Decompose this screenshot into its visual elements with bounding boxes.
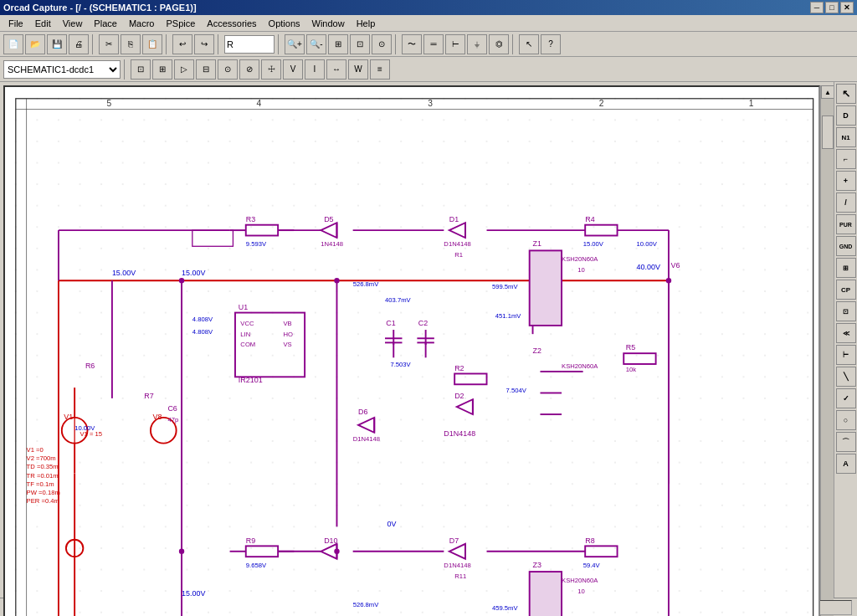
svg-text:R5: R5 [626,343,635,352]
svg-text:R2: R2 [454,364,464,372]
svg-text:599.5mV: 599.5mV [492,283,519,290]
paste-button[interactable]: 📋 [142,34,162,54]
maximize-button[interactable]: □ [825,2,839,13]
slash-btn[interactable]: / [836,192,856,213]
addword-btn[interactable]: W [348,59,368,80]
print-button[interactable]: 🖨 [69,34,89,54]
vertical-scrollbar[interactable]: ▲ ▼ [820,85,834,616]
zoom-select-button[interactable]: ⊙ [372,34,392,54]
ground-button[interactable]: ⏣ [489,34,509,54]
addtext-btn[interactable]: I [305,59,325,80]
menu-help[interactable]: Help [352,17,381,30]
addattr-btn[interactable]: ↔ [326,59,346,80]
addline-btn[interactable]: ≡ [370,59,390,80]
menu-accessories[interactable]: Accessories [202,17,261,30]
svg-text:D2: D2 [454,392,464,400]
plus-btn[interactable]: + [836,171,856,191]
select-tool-btn[interactable]: ↖ [836,84,856,104]
cursor-button[interactable]: ↖ [519,34,539,54]
undo-button[interactable]: ↩ [172,34,192,54]
scroll-up-button[interactable]: ▲ [821,85,834,99]
svg-text:LIN: LIN [240,331,250,338]
select-btn[interactable]: ⊡ [131,59,151,80]
schematic-select[interactable]: SCHEMATIC1-dcdc1 [3,60,121,79]
svg-text:5: 5 [107,99,112,108]
svg-text:D1N4148: D1N4148 [444,240,470,248]
net-button[interactable]: ⊢ [445,34,465,54]
fwd-btn[interactable]: ⊢ [836,345,856,365]
svg-text:KSH20N60A: KSH20N60A [562,362,598,370]
svg-text:10: 10 [577,588,585,595]
menu-pspice[interactable]: PSpice [161,17,200,30]
grid-btn[interactable]: ⊞ [836,258,856,278]
addpin-btn[interactable]: V [283,59,303,80]
text-btn[interactable]: A [836,454,856,474]
pur-btn[interactable]: PUR [836,214,856,234]
close-button[interactable]: ✕ [840,2,854,13]
svg-text:V1: V1 [64,413,73,421]
menu-macro[interactable]: Macro [124,17,160,30]
ph-btn[interactable]: ⊡ [836,301,856,321]
svg-text:1: 1 [749,99,754,108]
svg-text:IR2101: IR2101 [239,376,263,384]
minimize-button[interactable]: ─ [810,2,824,13]
arc-btn[interactable]: ⌒ [836,432,856,452]
scroll-thumb-vertical[interactable] [822,116,834,149]
bus-button[interactable]: ═ [423,34,444,54]
wire-button[interactable]: 〜 [402,34,422,54]
new-button[interactable]: 📄 [3,34,23,54]
power-button[interactable]: ⏚ [467,34,487,54]
schematic-canvas[interactable]: 5 4 3 2 1 V1 V1 =0 V2 =700m TD =0.35m [3,85,820,616]
scroll-track-vertical[interactable] [821,99,834,616]
svg-text:15.00V: 15.00V [182,589,205,598]
n1-tool-btn[interactable]: N1 [836,127,856,147]
redo-button[interactable]: ↪ [194,34,214,54]
canvas-with-vscroll: 5 4 3 2 1 V1 V1 =0 V2 =700m TD =0.35m [3,85,834,616]
filter-input[interactable] [224,35,275,54]
svg-text:D1N4148: D1N4148 [353,435,380,443]
title-bar: Orcad Capture - [/ - (SCHEMATIC1 : PAGE1… [0,0,857,15]
svg-text:R6: R6 [85,362,95,370]
back-btn[interactable]: ≪ [836,323,856,343]
svg-text:COM: COM [240,341,255,349]
cut-button[interactable]: ✂ [99,34,119,54]
menu-bar: File Edit View Place Macro PSpice Access… [0,15,857,32]
bus-corner-btn[interactable]: ⌐ [836,149,856,169]
wire-btn2[interactable]: ▷ [174,59,194,80]
schematic-drawing: 5 4 3 2 1 V1 V1 =0 V2 =700m TD =0.35m [5,87,819,616]
svg-text:D6: D6 [358,408,367,416]
menu-options[interactable]: Options [264,17,305,30]
gnd-btn[interactable]: GND [836,236,856,256]
zoom-area-button[interactable]: ⊡ [350,34,370,54]
svg-text:U1: U1 [239,303,248,311]
menu-file[interactable]: File [3,17,28,30]
check-btn[interactable]: ✓ [836,388,856,408]
bus-btn2[interactable]: ⊟ [196,59,216,80]
menu-place[interactable]: Place [89,17,122,30]
svg-text:0V: 0V [387,520,397,528]
zoom-all-button[interactable]: ⊞ [328,34,348,54]
zoom-in-button[interactable]: 🔍+ [285,34,305,54]
svg-text:15.00V: 15.00V [182,269,205,277]
svg-point-193 [179,278,184,283]
pan-btn[interactable]: ☩ [261,59,281,80]
menu-view[interactable]: View [58,17,88,30]
svg-text:47p: 47p [167,416,178,424]
zoom-out-button[interactable]: 🔍- [306,34,326,54]
menu-window[interactable]: Window [307,17,350,30]
part-btn[interactable]: ⊞ [152,59,172,80]
help-button[interactable]: ? [541,34,561,54]
line-btn[interactable]: ╲ [836,367,856,387]
draw-tool-btn[interactable]: D [836,105,856,126]
zoom-btn[interactable]: ⊙ [218,59,238,80]
cp-btn[interactable]: CP [836,280,856,300]
circle-btn[interactable]: ○ [836,410,856,430]
svg-text:V6: V6 [671,261,680,270]
svg-text:7.503V: 7.503V [390,361,411,368]
open-button[interactable]: 📂 [25,34,45,54]
menu-edit[interactable]: Edit [30,17,56,30]
copy-button[interactable]: ⎘ [121,34,141,54]
save-button[interactable]: 💾 [47,34,67,54]
svg-text:4.808V: 4.808V [192,316,213,323]
zoomout-btn[interactable]: ⊘ [239,59,259,80]
